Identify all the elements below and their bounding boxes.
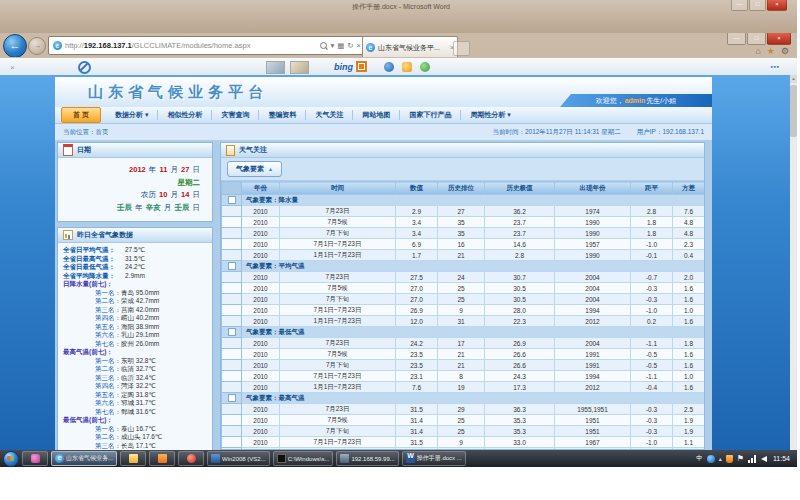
address-bar[interactable]: e http://192.168.137.1/GLCCLIMATE/module… [48, 36, 366, 55]
group-checkbox[interactable] [228, 328, 236, 336]
toolbar-close-icon[interactable]: × [10, 63, 15, 72]
table-row[interactable]: 20107月下旬27.02530.52004-0.31.6 [222, 294, 705, 305]
element-filter-button[interactable]: 气象要素 ▲ [227, 161, 282, 177]
date-segment: 年 [133, 203, 145, 212]
search-icon[interactable] [320, 42, 327, 49]
nav-item[interactable]: 国家下行产品 [400, 110, 461, 120]
tray-show-hidden-icon[interactable]: ▴ [719, 455, 722, 462]
group-checkbox[interactable] [228, 196, 236, 204]
table-row[interactable]: 20107月5候23.52126.61991-0.51.6 [222, 349, 705, 360]
favorites-star-icon[interactable]: ★ [767, 46, 775, 56]
table-cell: 27 [438, 206, 485, 217]
bg-minimize-icon[interactable]: — [731, 0, 748, 11]
taskbar-button-cmd[interactable]: C:\Windows\s... [273, 451, 334, 466]
taskbar-button-word[interactable]: 操作手册.docx ... [402, 451, 466, 466]
table-row[interactable]: 20107月5候31.42535.31951-0.31.9 [222, 415, 705, 426]
tray-security-icon[interactable] [726, 455, 733, 463]
group-row[interactable]: 气象要素：最高气温 [222, 393, 705, 404]
table-row[interactable]: 20107月23日31.52936.31955,1951-0.32.5 [222, 404, 705, 415]
weather-data-panel: 昨日全省气象数据 全省日平均气温：27.5℃全省日最高气温：31.5℃全省日最低… [57, 227, 213, 450]
group-row[interactable]: 气象要素：平均气温 [222, 261, 705, 272]
taskbar-button-vm[interactable]: Win2008 (VS2... [207, 451, 270, 466]
table-cell: 2.0 [673, 272, 705, 283]
bg-maximize-icon[interactable]: □ [749, 0, 766, 11]
browser-tab[interactable]: e 山东省气候业务平... × [362, 36, 458, 58]
toolbar-app-icon-3[interactable] [420, 62, 430, 72]
window-close-button[interactable]: × [767, 33, 791, 45]
taskbar-button-orange[interactable] [149, 451, 175, 466]
table-row[interactable]: 20107月23日2.92736.219742.87.6 [222, 206, 705, 217]
volume-icon[interactable] [761, 456, 767, 462]
tools-gear-icon[interactable]: ⚙ [781, 46, 789, 56]
table-cell: 6.9 [396, 239, 438, 250]
table-row[interactable]: 20101月1日~7月23日12.03122.320120.21.6 [222, 316, 705, 327]
scrollbar[interactable]: ▲ [790, 75, 797, 450]
stop-icon[interactable]: × [357, 41, 361, 50]
table-row[interactable]: 20107月下旬31.42535.31951-0.31.9 [222, 426, 705, 437]
clock[interactable]: 11:54 [773, 455, 790, 462]
nav-item[interactable]: 首 页 [61, 107, 101, 123]
nav-item[interactable]: 周期性分析 ▾ [461, 110, 519, 120]
stat-value: 31.5℃ [125, 255, 145, 264]
taskbar-button-folder[interactable] [120, 451, 146, 466]
taskbar-button-ie[interactable]: 山东省气候业务... [51, 451, 117, 466]
taskbar-button-pink[interactable] [22, 451, 48, 466]
more-options-icon[interactable]: ⋯ [770, 62, 779, 72]
table-row[interactable]: 20107月23日24.21726.92004-1.11.8 [222, 338, 705, 349]
nav-item[interactable]: 网站地图 [353, 110, 400, 120]
table-row[interactable]: 20101月1日~7月23日7.61917.32012-0.41.6 [222, 382, 705, 393]
back-button[interactable]: ← [3, 34, 27, 58]
window-maximize-button[interactable]: □ [747, 33, 766, 45]
breadcrumb-location[interactable]: 当前位置：首页 [63, 128, 109, 137]
forward-button[interactable]: → [28, 37, 46, 55]
table-row[interactable]: 20107月1日~7月23日26.9928.01994-1.01.0 [222, 305, 705, 316]
table-cell: 31.5 [396, 404, 438, 415]
nav-item[interactable]: 整编资料 [259, 110, 306, 120]
table-row[interactable]: 20107月下旬23.52126.61991-0.51.6 [222, 360, 705, 371]
new-tab-button[interactable] [453, 41, 470, 56]
table-row[interactable]: 20107月1日~7月23日6.91614.61957-1.02.3 [222, 239, 705, 250]
bg-close-icon[interactable]: × [767, 0, 787, 11]
bing-logo[interactable]: bing [334, 61, 367, 72]
table-header-cell: 年份 [242, 182, 280, 195]
nav-item[interactable]: 相似性分析 [158, 110, 212, 120]
table-cell: 2010 [242, 415, 280, 426]
nav-item[interactable]: 天气关注 [306, 110, 353, 120]
start-button[interactable] [3, 451, 19, 467]
action-center-flag-icon[interactable]: ⚑ [737, 455, 744, 463]
table-row[interactable]: 20107月5候27.02530.52004-0.31.6 [222, 283, 705, 294]
table-row[interactable]: 20107月1日~7月23日23.1824.31994-1.11.0 [222, 371, 705, 382]
date-segment: 2012 [129, 165, 146, 174]
table-row[interactable]: 20107月下旬3.43523.719901.84.8 [222, 228, 705, 239]
group-checkbox[interactable] [228, 394, 236, 402]
table-row[interactable]: 20107月23日27.52430.72004-0.72.0 [222, 272, 705, 283]
nav-item[interactable]: 灾害查询 [212, 110, 259, 120]
group-row[interactable]: 气象要素：最低气温 [222, 327, 705, 338]
taskbar-button-red[interactable] [178, 451, 204, 466]
group-row[interactable]: 气象要素：降水量 [222, 195, 705, 206]
refresh-icon[interactable]: ↻ [347, 41, 353, 50]
table-row[interactable]: 20101月1日~7月23日1.7212.81990-0.10.4 [222, 250, 705, 261]
blocked-badge-icon[interactable] [78, 61, 91, 74]
taskbar-button-rdp[interactable]: 192.168.59.99... [336, 451, 398, 466]
table-cell: 23.7 [485, 217, 555, 228]
home-icon[interactable]: ⌂ [755, 46, 760, 56]
rank-line: 第二名：荣成 42.7mm [58, 297, 212, 306]
table-row[interactable]: 20107月1日~7月23日31.5933.01967-1.01.1 [222, 437, 705, 448]
network-icon[interactable] [748, 455, 757, 463]
nav-item[interactable]: 数据分析 ▾ [106, 110, 158, 120]
tray-app-icon[interactable] [707, 455, 715, 463]
table-row[interactable]: 20107月5候3.43523.719901.84.8 [222, 217, 705, 228]
address-dropdown-icon[interactable]: ▾ [330, 41, 334, 50]
scroll-thumb[interactable] [790, 85, 797, 137]
toolbar-thumbnail-2[interactable] [290, 61, 309, 74]
scroll-up-icon[interactable]: ▲ [790, 75, 797, 83]
system-tray: 中 ▴ ⚑ 11:54 [696, 454, 794, 463]
toolbar-thumbnail-1[interactable] [266, 61, 285, 74]
toolbar-app-icon-2[interactable] [402, 62, 412, 72]
window-minimize-button[interactable]: — [727, 33, 746, 45]
group-checkbox[interactable] [228, 262, 236, 270]
toolbar-app-icon-1[interactable] [384, 62, 394, 72]
compatibility-view-icon[interactable]: ▦ [337, 41, 344, 50]
language-indicator[interactable]: 中 [696, 454, 703, 463]
